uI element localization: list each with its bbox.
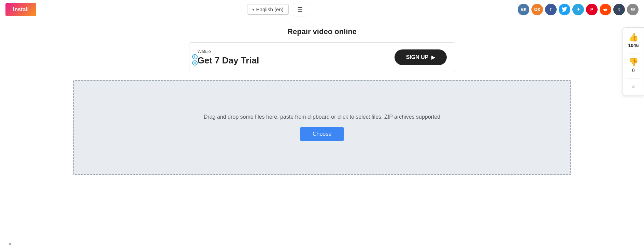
ad-headline: Get 7 Day Trial: [198, 55, 259, 66]
ad-close-icon[interactable]: ⊗: [192, 60, 198, 65]
dislike-section: 👎 0: [628, 57, 639, 73]
like-section: 👍 1046: [628, 32, 639, 48]
language-selector[interactable]: ▾ English (en): [247, 4, 289, 15]
pinterest-icon[interactable]: P: [586, 4, 598, 15]
page-title: Repair video online: [287, 27, 357, 36]
facebook-icon[interactable]: f: [545, 4, 557, 15]
ad-signup-button[interactable]: SIGN UP ▶: [395, 49, 447, 65]
side-panel-divider-2: [627, 78, 640, 79]
tumblr-icon[interactable]: t: [613, 4, 625, 15]
thumbs-up-icon[interactable]: 👍: [628, 32, 639, 42]
side-panel-divider: [627, 54, 640, 54]
ad-info-icons: i ⊗: [192, 54, 198, 60]
twitter-icon[interactable]: [559, 4, 570, 15]
play-arrow-icon: ▶: [431, 55, 435, 60]
social-icons-bar: ВК ОК f ✈ P t ✉: [518, 4, 639, 15]
bottom-close-button[interactable]: ×: [9, 241, 12, 247]
like-count: 1046: [628, 43, 639, 48]
info-icon[interactable]: i: [192, 54, 198, 59]
install-button[interactable]: Install: [5, 3, 36, 16]
ok-icon[interactable]: ОК: [531, 4, 543, 15]
dropzone[interactable]: Drag and drop some files here, paste fro…: [73, 80, 571, 175]
dislike-count: 0: [632, 68, 635, 73]
telegram-icon[interactable]: ✈: [572, 4, 584, 15]
side-panel: 👍 1046 👎 0 ×: [623, 27, 644, 96]
language-label: English (en): [256, 6, 284, 12]
chevron-down-icon: ▾: [252, 7, 254, 12]
main-content: Repair video online i ⊗ Wati.io Get 7 Da…: [0, 19, 644, 175]
thumbs-down-icon[interactable]: 👎: [628, 57, 639, 67]
ad-source: Wati.io: [198, 49, 259, 54]
bottom-bar: ×: [0, 238, 20, 250]
email-icon[interactable]: ✉: [627, 4, 639, 15]
ad-text-area: Wati.io Get 7 Day Trial: [198, 49, 259, 66]
hamburger-button[interactable]: ☰: [293, 3, 307, 16]
reddit-icon[interactable]: [600, 4, 611, 15]
topbar: Install ▾ English (en) ☰ ВК ОК f ✈ P t ✉: [0, 0, 644, 19]
ad-banner: i ⊗ Wati.io Get 7 Day Trial SIGN UP ▶: [189, 42, 455, 72]
side-panel-close-button[interactable]: ×: [632, 84, 635, 91]
vk-icon[interactable]: ВК: [518, 4, 529, 15]
dropzone-instruction: Drag and drop some files here, paste fro…: [204, 114, 440, 120]
choose-button[interactable]: Choose: [300, 127, 344, 141]
ad-signup-label: SIGN UP: [406, 54, 429, 60]
